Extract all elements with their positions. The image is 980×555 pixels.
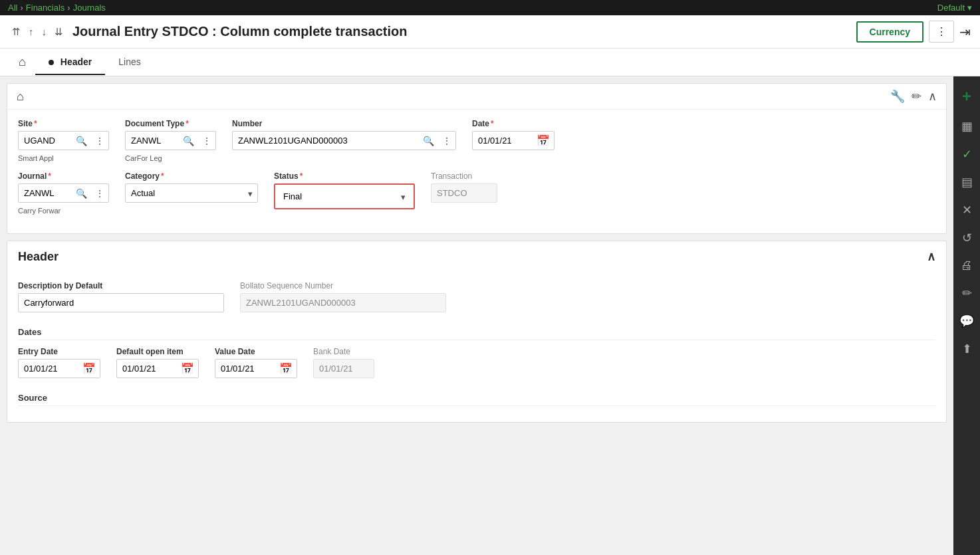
site-search-icon[interactable]: 🔍 bbox=[72, 136, 91, 146]
arrow-next[interactable]: ↓ bbox=[39, 25, 50, 39]
document-type-input[interactable] bbox=[126, 132, 179, 150]
document-type-field: Document Type* 🔍 ⋮ CarFor Leg bbox=[125, 119, 216, 162]
entry-date-input[interactable] bbox=[19, 360, 78, 378]
sidebar-refresh-button[interactable]: ↺ bbox=[953, 225, 980, 251]
category-label: Category* bbox=[125, 171, 258, 181]
journal-input-wrapper: 🔍 ⋮ bbox=[18, 183, 109, 203]
sidebar-close-button[interactable]: ✕ bbox=[953, 197, 980, 223]
transaction-label: Transaction bbox=[431, 171, 497, 181]
sidebar-upload-button[interactable]: ⬆ bbox=[953, 336, 980, 362]
header-collapse-icon[interactable]: ∧ bbox=[927, 249, 935, 264]
sidebar-print-button[interactable]: 🖨 bbox=[953, 253, 980, 278]
value-date-calendar-icon[interactable]: 📅 bbox=[275, 362, 297, 375]
toolbar: ⇈ ↑ ↓ ⇊ Journal Entry STDCO : Column com… bbox=[0, 15, 980, 49]
status-select[interactable]: Active Final Simulation bbox=[278, 187, 411, 205]
document-type-label: Document Type* bbox=[125, 119, 216, 128]
description-label: Description by Default bbox=[18, 281, 224, 290]
default-open-input-wrapper: 📅 bbox=[116, 359, 199, 378]
tab-home[interactable]: ⌂ bbox=[9, 49, 35, 76]
description-input[interactable] bbox=[18, 293, 224, 312]
status-select-wrapper: Active Final Simulation bbox=[278, 187, 411, 205]
value-date-label: Value Date bbox=[215, 347, 297, 356]
breadcrumb-all[interactable]: All bbox=[8, 3, 17, 13]
date-field: Date* 📅 bbox=[472, 119, 554, 150]
more-options-icon: ⋮ bbox=[936, 26, 947, 37]
description-field: Description by Default bbox=[18, 281, 224, 312]
breadcrumb-financials[interactable]: Financials bbox=[26, 3, 65, 13]
sidebar-list-button[interactable]: ▤ bbox=[953, 169, 980, 195]
category-select[interactable]: Actual Budget Simulation bbox=[125, 183, 258, 203]
number-label: Number bbox=[232, 119, 456, 128]
number-input[interactable] bbox=[233, 132, 419, 150]
status-field: Status* Active Final Simulation bbox=[274, 171, 415, 209]
date-calendar-icon[interactable]: 📅 bbox=[533, 134, 554, 147]
tab-header[interactable]: Header bbox=[35, 50, 105, 75]
collapse-button[interactable]: ∧ bbox=[928, 89, 937, 104]
date-input-wrapper: 📅 bbox=[472, 131, 554, 150]
currency-button[interactable]: Currency bbox=[856, 21, 923, 43]
bollato-field: Bollato Sequence Number bbox=[240, 281, 446, 312]
journal-input[interactable] bbox=[19, 184, 72, 202]
wrench-button[interactable]: 🔧 bbox=[890, 89, 905, 104]
form-section-card: ⌂ 🔧 ✏ ∧ Site* 🔍 bbox=[7, 83, 947, 234]
sidebar-grid-button[interactable]: ▦ bbox=[953, 114, 980, 139]
category-select-wrapper: Actual Budget Simulation bbox=[125, 183, 258, 203]
form-row-1: Site* 🔍 ⋮ Smart Appl Document Type* bbox=[18, 119, 935, 162]
number-more-icon[interactable]: ⋮ bbox=[438, 136, 455, 146]
date-input[interactable] bbox=[473, 132, 533, 150]
arrow-first[interactable]: ⇈ bbox=[9, 25, 23, 39]
bollato-label: Bollato Sequence Number bbox=[240, 281, 446, 290]
transaction-field: Transaction STDCO bbox=[431, 171, 497, 203]
entry-date-field: Entry Date 📅 bbox=[18, 347, 100, 378]
category-field: Category* Actual Budget Simulation bbox=[125, 171, 258, 203]
sidebar-edit-button[interactable]: ✏ bbox=[953, 280, 980, 306]
form-section-actions: 🔧 ✏ ∧ bbox=[890, 89, 937, 104]
site-input[interactable] bbox=[19, 132, 72, 150]
document-type-search-icon[interactable]: 🔍 bbox=[179, 136, 198, 146]
site-more-icon[interactable]: ⋮ bbox=[91, 136, 108, 146]
edit-button[interactable]: ✏ bbox=[912, 89, 921, 104]
bank-date-input-wrapper bbox=[313, 359, 374, 378]
header-section-label: Header bbox=[18, 250, 59, 264]
toolbar-right: Currency ⋮ ⇥ bbox=[856, 21, 971, 43]
document-type-more-icon[interactable]: ⋮ bbox=[198, 136, 215, 146]
status-field-wrapper: Active Final Simulation bbox=[274, 183, 415, 209]
exit-button[interactable]: ⇥ bbox=[959, 24, 971, 40]
document-type-input-wrapper: 🔍 ⋮ bbox=[125, 131, 216, 150]
header-section-title[interactable]: Header ∧ bbox=[7, 241, 946, 272]
journal-search-icon[interactable]: 🔍 bbox=[72, 188, 91, 199]
number-search-icon[interactable]: 🔍 bbox=[419, 136, 438, 146]
default-open-calendar-icon[interactable]: 📅 bbox=[177, 362, 198, 375]
form-section-inner: Site* 🔍 ⋮ Smart Appl Document Type* bbox=[7, 110, 946, 233]
sidebar-add-button[interactable]: + bbox=[953, 82, 980, 111]
entry-date-calendar-icon[interactable]: 📅 bbox=[78, 362, 100, 375]
breadcrumb-journals[interactable]: Journals bbox=[73, 3, 106, 13]
tab-lines[interactable]: Lines bbox=[105, 50, 154, 75]
status-label: Status* bbox=[274, 171, 415, 181]
arrow-prev[interactable]: ↑ bbox=[26, 25, 37, 39]
header-section-inner: Description by Default Bollato Sequence … bbox=[7, 272, 946, 422]
value-date-field: Value Date 📅 bbox=[215, 347, 297, 378]
profile-menu[interactable]: Default ▾ bbox=[937, 3, 972, 13]
journal-more-icon[interactable]: ⋮ bbox=[91, 188, 108, 199]
exit-icon: ⇥ bbox=[959, 25, 971, 39]
journal-field: Journal* 🔍 ⋮ Carry Forwar bbox=[18, 171, 109, 215]
profile-label: Default bbox=[937, 3, 965, 13]
number-field: Number 🔍 ⋮ bbox=[232, 119, 456, 150]
value-date-input[interactable] bbox=[215, 360, 275, 378]
right-sidebar: + ▦ ✓ ▤ ✕ ↺ 🖨 ✏ 💬 ⬆ bbox=[953, 76, 980, 555]
more-options-button[interactable]: ⋮ bbox=[929, 21, 954, 43]
arrow-last[interactable]: ⇊ bbox=[52, 25, 66, 39]
tabs-bar: ⌂ Header Lines bbox=[0, 49, 980, 76]
default-open-label: Default open item bbox=[116, 347, 199, 356]
journal-sublabel: Carry Forwar bbox=[18, 207, 109, 215]
page-title: Journal Entry STDCO : Column complete tr… bbox=[72, 24, 407, 39]
bank-date-input bbox=[314, 360, 374, 378]
site-label: Site* bbox=[18, 119, 109, 128]
default-open-input[interactable] bbox=[117, 360, 177, 378]
sidebar-check-button[interactable]: ✓ bbox=[953, 142, 980, 167]
default-open-field: Default open item 📅 bbox=[116, 347, 199, 378]
form-home-icon: ⌂ bbox=[17, 90, 24, 104]
sidebar-comment-button[interactable]: 💬 bbox=[953, 308, 980, 334]
bank-date-label: Bank Date bbox=[313, 347, 374, 356]
